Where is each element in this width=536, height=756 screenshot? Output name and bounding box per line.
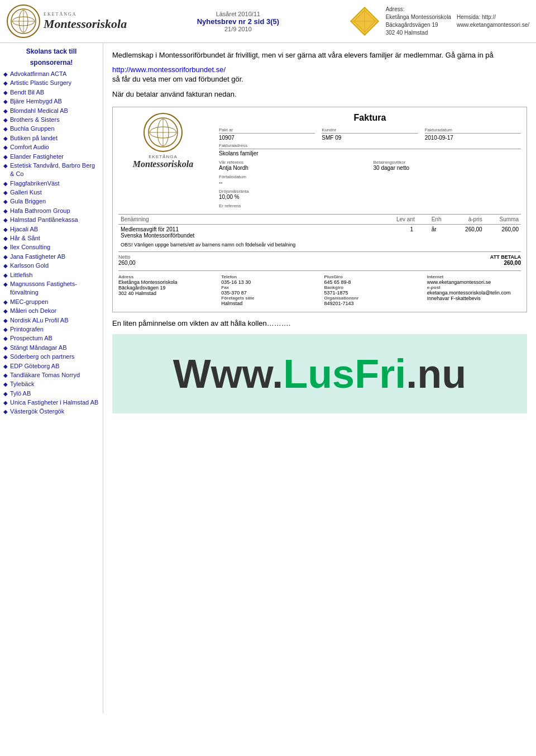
sidebar-item: ◆Måleri och Dekor	[3, 307, 99, 315]
sidebar-item: ◆Comfort Audio	[3, 143, 99, 151]
page-header: EKETÅNGA Montessoriskola Läsåret 2010/11…	[0, 0, 536, 43]
footer-innehavar: Innehavar F-skattebevis	[427, 296, 521, 301]
sidebar-title-line1: Skolans tack till	[3, 47, 99, 55]
newsletter-title: Läsåret 2010/11	[132, 11, 343, 17]
sidebar-item-label: Gula Briggen	[10, 197, 46, 206]
diamond-icon: ◆	[3, 399, 8, 407]
footer-address-line3: 302 40 Halmstad	[118, 291, 212, 296]
footer-bankgiro-label: Bankgiro	[324, 285, 418, 290]
betalningsvillkor-value: 30 dagar netto	[374, 165, 521, 171]
sidebar-item-label: Karlsson Gold	[10, 261, 49, 270]
logo-text: EKETÅNGA Montessoriskola	[44, 12, 127, 31]
row1-apris: 260,00	[451, 224, 484, 249]
reminder-text: En liten påminnelse om vikten av att hål…	[112, 319, 527, 327]
sidebar-item-label: Brothers & Sisters	[10, 116, 60, 124]
sidebar-item: ◆Hår & Sånt	[3, 234, 99, 243]
sidebar-item-label: Prospectum AB	[10, 334, 52, 343]
kund-nr-cell: Kundnr SMF 09	[322, 127, 418, 141]
sidebar-item-label: Unica Fastigheter i Halmstad AB	[10, 398, 98, 407]
footer-telefon-col: Telefon 035-16 13 30 Fax 035-370 87 Före…	[221, 274, 315, 306]
sidebar-item: ◆Bendt Bil AB	[3, 88, 99, 97]
sidebar-item-label: Västergök Östergök	[10, 407, 64, 416]
drojsmal-col: Dröjsmålsränta 10,00 %	[219, 189, 521, 200]
footer-orgnr-label: Organisationsnr	[324, 296, 418, 301]
lusfri-text: Www.LusFri.nu	[173, 351, 466, 396]
footer-address-line2: Bäckagårdsvägen 19	[118, 285, 212, 291]
footer-internet-label: Internet	[427, 274, 521, 279]
diamond-icon: ◆	[3, 235, 8, 243]
diamond-icon: ◆	[3, 180, 8, 188]
sidebar-item: ◆Littlefish	[3, 271, 99, 279]
sidebar-item-label: Måleri och Dekor	[10, 307, 56, 315]
diamond-icon: ◆	[3, 98, 8, 106]
sidebar-item-label: Buchla Gruppen	[10, 125, 55, 133]
sidebar-item: ◆Hjacali AB	[3, 225, 99, 234]
sidebar-item: ◆Magnussons Fastighets-förvaltning	[3, 280, 99, 297]
sidebar-item-label: Blomdahl Medical AB	[10, 107, 68, 115]
lusfri-part2: .nu	[406, 351, 466, 396]
sidebar-item: ◆Karlsson Gold	[3, 261, 99, 270]
att-betala-value: 260,00	[490, 260, 521, 266]
diamond-icon: ◆	[3, 280, 8, 288]
sidebar-item: ◆Tylebäck	[3, 380, 99, 388]
website-block: Hemsida: http:// www.eketangamontessori.…	[457, 13, 529, 29]
forfallodat-value: --	[219, 179, 521, 186]
logo-circle	[7, 4, 40, 38]
sidebar-item-label: Comfort Audio	[10, 143, 49, 151]
footer-plusgiro-label: PlusGiro	[324, 274, 418, 279]
pakt-ar-label: Pakt ar	[219, 127, 315, 134]
diamond-icon: ◆	[3, 244, 8, 251]
diamond-icon: ◆	[3, 381, 8, 388]
faktura-ref-row4: Er referens	[219, 203, 521, 208]
invoice-top: EKETÅNGA Montessoriskola Faktura Pakt ar…	[118, 113, 521, 208]
invoice-eketanga: EKETÅNGA	[149, 154, 178, 159]
forfallodat-col: Förfallodatum --	[219, 174, 521, 186]
website-label: Hemsida: http://	[457, 13, 529, 21]
diamond-icon: ◆	[3, 262, 8, 270]
faktura-datum-label: Fakturadatum	[425, 127, 521, 134]
diamond-icon: ◆	[3, 135, 8, 142]
sidebar-item-label: Halmstad Pantlånekassa	[10, 216, 78, 224]
sidebar-item: ◆Västergök Östergök	[3, 407, 99, 416]
diamond-icon: ◆	[3, 189, 8, 197]
diamond-icon: ◆	[3, 335, 8, 343]
netto-label: Netto	[118, 254, 136, 260]
footer-address-col: Adress Eketånga Montessoriskola Bäckagår…	[118, 274, 212, 306]
invoice-faktura-box: Faktura Pakt ar 10907 Kundnr SMF 09 Fakt…	[219, 113, 521, 208]
newsletter-date: 21/9 2010	[132, 26, 343, 32]
diamond-icon: ◆	[3, 344, 8, 352]
website-url: www.eketangamontessori.se/	[457, 21, 529, 29]
sidebar-item: ◆Nordisk ALu Profil AB	[3, 316, 99, 325]
footer-fax-value: 035-370 87	[221, 290, 315, 296]
sidebar-items-container: ◆Advokatfirman ACTA◆Artistic Plastic Sur…	[3, 70, 99, 416]
row1-enh: år	[429, 224, 452, 249]
sidebar-item-label: FlaggfabrikenVäst	[10, 179, 60, 188]
er-referens-label: Er referens	[219, 203, 521, 208]
diamond-icon: ◆	[3, 390, 8, 398]
sidebar-item: ◆Artistic Plastic Surgery	[3, 79, 99, 87]
sidebar-item-label: Bjäre Hembygd AB	[10, 97, 62, 106]
diamond-icon: ◆	[3, 226, 8, 234]
membership-link[interactable]: http://www.montessoriforbundet.se/	[112, 65, 527, 74]
sidebar-item-label: MEC-gruppen	[10, 298, 48, 306]
footer-internet-value: www.eketangamontessori.se	[427, 279, 521, 285]
diamond-icon: ◆	[3, 253, 8, 261]
sidebar-item: ◆Hafa Bathroom Group	[3, 207, 99, 215]
logo-eketanga: EKETÅNGA	[44, 12, 127, 17]
pakt-ar-cell: Pakt ar 10907	[219, 127, 315, 141]
newsletter-bold: Nyhetsbrev nr 2 sid 3(5)	[132, 17, 343, 26]
sidebar-item: ◆Bjäre Hembygd AB	[3, 97, 99, 106]
sidebar-item: ◆Galleri Kust	[3, 188, 99, 197]
logo-montessoriskola: Montessoriskola	[44, 17, 127, 31]
diamond-icon: ◆	[3, 125, 8, 133]
footer-telefon-value: 035-16 13 30	[221, 279, 315, 285]
lusfri-part1: Www.	[173, 351, 283, 396]
footer-address-label: Adress	[118, 274, 212, 279]
forfallodat-label: Förfallodatum	[219, 174, 521, 179]
payment-note: När du betalar använd fakturan nedan.	[112, 89, 527, 100]
faktura-datum-cell: Fakturadatum 2010-09-17	[425, 127, 521, 141]
main-layout: Skolans tack till sponsorerna! ◆Advokatf…	[0, 43, 536, 714]
sidebar-item: ◆FlaggfabrikenVäst	[3, 179, 99, 188]
er-referens-col: Er referens	[219, 203, 521, 208]
table-row: Medlemsavgift för 2011 Svenska Montessor…	[118, 224, 521, 249]
